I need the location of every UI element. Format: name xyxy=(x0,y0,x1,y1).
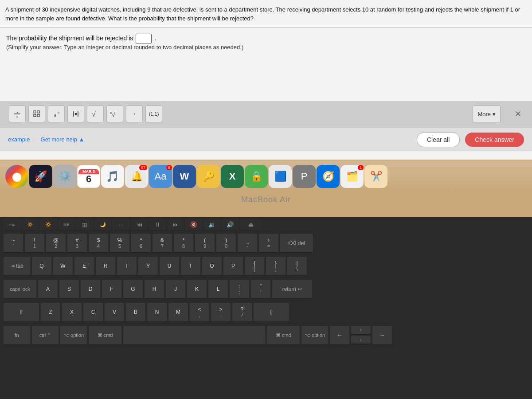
p-key[interactable]: P xyxy=(223,257,243,276)
9-key[interactable]: (9 xyxy=(195,234,215,253)
5-key[interactable]: %5 xyxy=(110,234,129,253)
f9-key[interactable]: ⏭ xyxy=(167,219,184,231)
f4-key[interactable]: ⊞ xyxy=(76,219,93,231)
tuple-button[interactable]: (1,1) xyxy=(145,106,162,122)
capslock-key[interactable]: caps lock xyxy=(4,280,36,299)
esc-key[interactable]: esc xyxy=(4,219,20,231)
f5-key[interactable]: 🌙 xyxy=(94,219,111,231)
example-link[interactable]: example xyxy=(8,136,30,143)
1-key[interactable]: !1 xyxy=(25,234,44,253)
m-key[interactable]: M xyxy=(168,303,188,322)
z-key[interactable]: Z xyxy=(41,303,60,322)
l-key[interactable]: L xyxy=(208,280,228,299)
left-arrow-key[interactable]: ← xyxy=(330,326,349,345)
chrome-icon[interactable]: ⬤ xyxy=(5,165,28,188)
rcmd-key[interactable]: ⌘ cmd xyxy=(267,326,300,345)
lshift-key[interactable]: ⇧ xyxy=(4,303,39,322)
h-key[interactable]: H xyxy=(145,280,164,299)
3-key[interactable]: #3 xyxy=(67,234,87,253)
get-more-help-button[interactable]: Get more help ▲ xyxy=(41,136,85,143)
g-key[interactable]: G xyxy=(123,280,143,299)
w-key[interactable]: W xyxy=(53,257,73,276)
f3-key[interactable]: ⊞⊟ xyxy=(58,219,75,231)
q-key[interactable]: Q xyxy=(32,257,51,276)
close-toolbar-button[interactable]: ✕ xyxy=(513,107,523,121)
space-key[interactable] xyxy=(123,326,265,345)
down-arrow-key[interactable]: ↓ xyxy=(351,336,371,344)
answer-input-box[interactable] xyxy=(136,34,152,43)
comma-key[interactable]: <, xyxy=(190,303,209,322)
excel-icon[interactable]: X xyxy=(221,165,244,188)
launchpad-icon[interactable]: 🚀 xyxy=(29,165,52,188)
dot-button[interactable]: · xyxy=(126,106,143,122)
f7-key[interactable]: ⏮ xyxy=(131,219,148,231)
quote-key[interactable]: "' xyxy=(251,280,270,299)
app-badge-icon[interactable]: Aa 8 xyxy=(149,165,172,188)
u-key[interactable]: U xyxy=(160,257,179,276)
7-key[interactable]: &7 xyxy=(153,234,172,253)
more-button[interactable]: More ▾ xyxy=(473,106,501,122)
return-key[interactable]: return ↩ xyxy=(272,280,312,299)
superscript-button[interactable]: a n xyxy=(48,106,65,122)
fraction-button[interactable]: a b xyxy=(9,106,26,122)
rbracket-key[interactable]: }] xyxy=(266,257,286,276)
e-key[interactable]: E xyxy=(74,257,94,276)
roption-key[interactable]: ⌥ option xyxy=(301,326,328,345)
compass-icon[interactable]: 🧭 xyxy=(317,165,340,188)
app-blue-icon[interactable]: 🟦 xyxy=(269,165,292,188)
f1-key[interactable]: 🔅 xyxy=(22,219,39,231)
t-key[interactable]: T xyxy=(117,257,137,276)
matrix-button[interactable] xyxy=(28,106,45,122)
power-key[interactable]: ⏏ xyxy=(240,219,262,231)
j-key[interactable]: J xyxy=(166,280,185,299)
option-key[interactable]: ⌥ option xyxy=(60,326,87,345)
a-key[interactable]: A xyxy=(38,280,58,299)
f10-key[interactable]: 🔇 xyxy=(185,219,202,231)
fn-key[interactable]: fn xyxy=(4,326,30,345)
0-key[interactable]: )0 xyxy=(216,234,236,253)
i-key[interactable]: I xyxy=(181,257,200,276)
b-key[interactable]: B xyxy=(126,303,145,322)
lcmd-key[interactable]: ⌘ cmd xyxy=(89,326,121,345)
pipe-key[interactable]: |\ xyxy=(287,257,307,276)
finder-icon[interactable]: 🗂️ 1 xyxy=(340,165,364,188)
calendar-icon[interactable]: MAR 3 6 xyxy=(77,165,100,188)
d-key[interactable]: D xyxy=(81,280,100,299)
delete-key[interactable]: ⌫ del xyxy=(280,234,313,253)
rshift-key[interactable]: ⇧ xyxy=(254,303,289,322)
scissors-icon[interactable]: ✂️ xyxy=(364,165,387,188)
2-key[interactable]: @2 xyxy=(46,234,66,253)
equal-key[interactable]: += xyxy=(259,234,278,253)
8-key[interactable]: *8 xyxy=(174,234,193,253)
security-icon[interactable]: 🔒 xyxy=(245,165,268,188)
music-icon[interactable]: 🎵 xyxy=(101,165,124,188)
nth-root-button[interactable]: n √ xyxy=(106,106,123,122)
check-answer-button[interactable]: Check answer xyxy=(465,133,524,147)
4-key[interactable]: $4 xyxy=(89,234,108,253)
minus-key[interactable]: _- xyxy=(238,234,257,253)
f8-key[interactable]: ⏸ xyxy=(149,219,166,231)
v-key[interactable]: V xyxy=(105,303,124,322)
lbracket-key[interactable]: {[ xyxy=(245,257,264,276)
sqrt-button[interactable]: √ xyxy=(87,106,104,122)
f6-key[interactable]: ··· xyxy=(113,219,129,231)
app-gray-icon[interactable]: P xyxy=(293,165,316,188)
o-key[interactable]: O xyxy=(202,257,222,276)
period-key[interactable]: >. xyxy=(211,303,231,322)
x-key[interactable]: X xyxy=(62,303,82,322)
ctrl-key[interactable]: ctrl ⌃ xyxy=(32,326,59,345)
slash-key[interactable]: ?/ xyxy=(232,303,252,322)
absolute-button[interactable] xyxy=(67,106,84,122)
6-key[interactable]: ^6 xyxy=(131,234,151,253)
s-key[interactable]: S xyxy=(59,280,79,299)
notification-icon[interactable]: 🔔 57 xyxy=(125,165,148,188)
system-icon[interactable]: ⚙️ xyxy=(53,165,76,188)
r-key[interactable]: R xyxy=(96,257,115,276)
n-key[interactable]: N xyxy=(147,303,167,322)
f-key[interactable]: F xyxy=(102,280,121,299)
right-arrow-key[interactable]: → xyxy=(372,326,392,345)
semicolon-key[interactable]: :; xyxy=(230,280,249,299)
up-arrow-key[interactable]: ↑ xyxy=(351,326,371,335)
y-key[interactable]: Y xyxy=(138,257,158,276)
backtick-key[interactable]: ~` xyxy=(4,234,23,253)
